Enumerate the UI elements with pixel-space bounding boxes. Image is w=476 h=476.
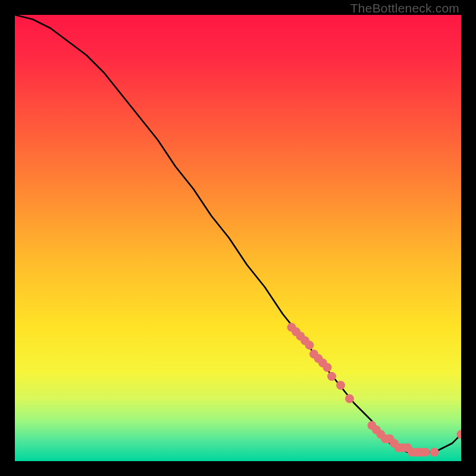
marker-dot [336, 381, 345, 390]
marker-dot [327, 372, 336, 381]
marker-dots [287, 323, 462, 457]
plot-area [15, 15, 461, 461]
marker-dot [323, 363, 332, 372]
marker-dot [345, 394, 354, 403]
marker-dot [305, 341, 314, 350]
marker-dot [421, 448, 430, 457]
curve-layer [15, 15, 461, 461]
chart-stage: TheBottleneck.com [0, 0, 476, 476]
marker-dot [430, 448, 439, 457]
watermark-text: TheBottleneck.com [350, 1, 459, 15]
bottleneck-curve [15, 15, 461, 452]
